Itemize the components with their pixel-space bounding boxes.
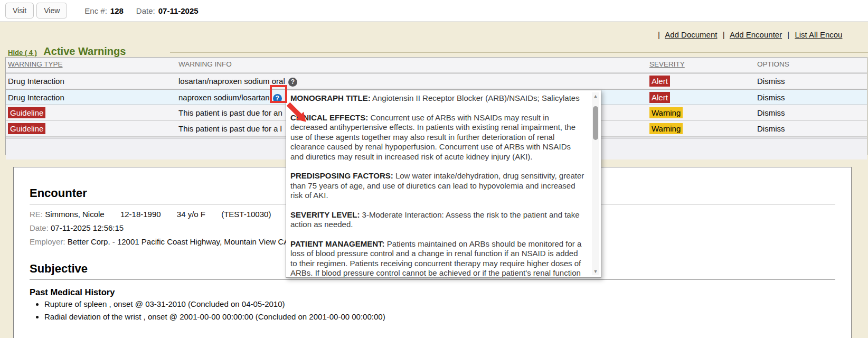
warning-type: Drug Interaction (8, 90, 64, 105)
clinical-effects-section: CLINICAL EFFECTS: Concurrent use of ARBs… (290, 113, 585, 162)
past-medical-history-title: Past Medical History (30, 287, 835, 297)
link-separator: | (723, 30, 725, 39)
drug-monograph-popup: MONOGRAPH TITLE: Angiotensin II Receptor… (286, 90, 601, 278)
enc-number-label: Enc #: (84, 6, 107, 15)
severity-badge: Alert (649, 73, 670, 89)
patient-management-section: PATIENT MANAGEMENT: Patients maintained … (290, 239, 585, 278)
hide-warnings-link[interactable]: Hide ( 4 ) (8, 49, 37, 57)
enc-number-value: 128 (110, 6, 124, 15)
predisposing-factors-section: PREDISPOSING FACTORS: Low water intake/d… (290, 171, 585, 201)
dismiss-link[interactable]: Dismiss (757, 105, 785, 120)
table-row: Drug Interaction losartan/naproxen sodiu… (6, 73, 867, 89)
scrollbar-thumb[interactable] (593, 106, 598, 140)
encounter-date-value: 07-11-2025 12:56:15 (51, 223, 124, 232)
monograph-title-section: MONOGRAPH TITLE: Angiotensin II Receptor… (290, 93, 585, 104)
past-medical-history-list: Rupture of spleen , onset @ 03-31-2010 (… (44, 299, 851, 321)
patient-age-sex: 34 y/o F (177, 210, 205, 219)
header-action-links: | Add Document | Add Encounter | List Al… (655, 30, 842, 39)
column-header-warning-type[interactable]: WARNING TYPE (8, 58, 63, 71)
severity-level-section: SEVERITY LEVEL: 3-Moderate Interaction: … (290, 210, 585, 230)
warning-info: This patient is past due for a l (178, 121, 282, 136)
scroll-down-icon[interactable]: ▼ (592, 268, 599, 275)
warning-type-badge: Guideline (8, 121, 45, 136)
dismiss-link[interactable]: Dismiss (757, 73, 785, 89)
visit-button[interactable]: Visit (5, 3, 34, 18)
warning-info: This patient is past due for an (178, 105, 282, 120)
legend-divider (170, 52, 868, 53)
scroll-up-icon[interactable]: ▲ (592, 92, 599, 100)
annotation-arrow-icon (285, 101, 308, 124)
add-encounter-link[interactable]: Add Encounter (730, 30, 782, 39)
severity-badge: Alert (649, 90, 670, 105)
column-header-warning-info: WARNING INFO (178, 58, 232, 71)
link-separator: | (658, 30, 660, 39)
top-toolbar: Visit View Enc #: 128 Date: 07-11-2025 (0, 0, 868, 22)
date-label: Date: (30, 223, 49, 232)
list-item: Rupture of spleen , onset @ 03-31-2010 (… (44, 299, 851, 308)
dismiss-link[interactable]: Dismiss (757, 90, 785, 105)
divider (30, 279, 835, 280)
add-document-link[interactable]: Add Document (665, 30, 717, 39)
employer-value: Better Corp. - 12001 Pacific Coast Highw… (68, 237, 289, 246)
column-header-severity[interactable]: SEVERITY (649, 58, 685, 71)
patient-id: (TEST-10030) (221, 210, 271, 219)
employer-label: Employer: (30, 237, 65, 246)
dismiss-link[interactable]: Dismiss (757, 121, 785, 136)
annotation-highlight-box (270, 85, 287, 103)
column-header-options: OPTIONS (757, 58, 789, 71)
active-warnings-header: Hide ( 4 ) Active Warnings (8, 45, 126, 58)
active-warnings-title: Active Warnings (43, 45, 126, 57)
enc-date-label: Date: (136, 6, 155, 15)
patient-dob: 12-18-1990 (120, 210, 161, 219)
warning-type: Drug Interaction (8, 73, 64, 89)
re-label: RE: (30, 210, 43, 219)
enc-date-value: 07-11-2025 (158, 6, 199, 15)
severity-badge: Warning (649, 105, 683, 120)
warning-type-badge: Guideline (8, 105, 45, 120)
popup-scrollbar[interactable]: ▲ ▼ (592, 92, 599, 275)
link-separator: | (787, 30, 789, 39)
list-item: Radial deviation of the wrist , onset @ … (44, 312, 851, 321)
patient-name: Simmons, Nicole (45, 210, 105, 219)
warning-info: naproxen sodium/losartan? (178, 90, 282, 105)
severity-badge: Warning (649, 121, 683, 136)
question-circle-icon[interactable]: ? (288, 78, 297, 87)
list-all-encounters-link[interactable]: List All Encou (795, 30, 842, 39)
warnings-table-header-row: WARNING TYPE WARNING INFO SEVERITY OPTIO… (6, 58, 867, 73)
view-button[interactable]: View (36, 3, 67, 18)
